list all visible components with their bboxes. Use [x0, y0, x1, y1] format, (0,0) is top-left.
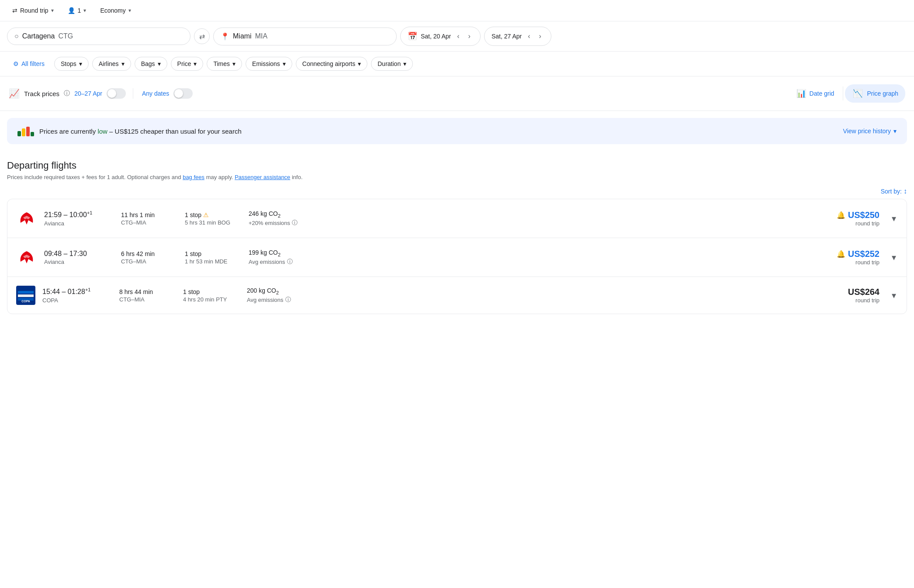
flight-row[interactable]: 21:59 – 10:00+1 Avianca 11 hrs 1 min CTG… — [7, 199, 907, 238]
any-dates-label: Any dates — [142, 90, 169, 97]
flight-row[interactable]: COPA 15:44 – 01:28+1 COPA 8 hrs 44 min C… — [7, 277, 907, 314]
expand-flight-button[interactable]: ▾ — [890, 288, 898, 302]
any-dates-toggle-knob — [174, 89, 183, 98]
emissions-info-icon[interactable]: ⓘ — [292, 219, 298, 227]
svg-text:COPA: COPA — [21, 300, 30, 303]
class-label: Economy — [100, 7, 125, 14]
times-filter-button[interactable]: Times ▾ — [207, 57, 242, 71]
emissions-label: Avg emissions ⓘ — [247, 296, 308, 304]
track-prices-toggle[interactable] — [107, 88, 126, 99]
track-prices-label: Track prices — [24, 90, 59, 97]
flights-section: Departing flights Prices include require… — [0, 151, 914, 321]
return-date-next[interactable]: › — [537, 31, 544, 41]
expand-flight-button[interactable]: ▾ — [890, 250, 898, 264]
duration-filter-button[interactable]: Duration ▾ — [371, 57, 413, 71]
depart-date-field[interactable]: 📅 Sat, 20 Apr ‹ › — [400, 27, 481, 46]
bags-chevron: ▾ — [158, 60, 161, 67]
price-banner-left: Prices are currently low – US$125 cheape… — [17, 126, 242, 136]
route-text: CTG–MIA — [121, 258, 178, 265]
flight-times: 21:59 – 10:00+1 Avianca — [44, 210, 114, 226]
calendar-icon: 📅 — [408, 31, 417, 41]
track-prices-info-icon[interactable]: ⓘ — [64, 90, 70, 97]
flights-title: Departing flights — [7, 151, 907, 174]
depart-date: Sat, 20 Apr — [421, 33, 451, 40]
flights-list: 21:59 – 10:00+1 Avianca 11 hrs 1 min CTG… — [7, 199, 907, 314]
flight-row[interactable]: 09:48 – 17:30 Avianca 6 hrs 42 min CTG–M… — [7, 238, 907, 277]
track-prices-left: 📈 Track prices ⓘ 20–27 Apr — [9, 88, 126, 99]
expand-flight-button[interactable]: ▾ — [890, 211, 898, 225]
connecting-airports-filter-button[interactable]: Connecting airports ▾ — [296, 57, 367, 71]
emissions-value: 246 kg CO2 — [249, 210, 310, 218]
price-indicator — [17, 126, 34, 136]
swap-button[interactable]: ⇄ — [194, 28, 210, 44]
price-type: round trip — [827, 220, 879, 227]
date-grid-icon: 📊 — [796, 89, 806, 98]
arrival-plus: +1 — [87, 210, 93, 215]
emissions-value: 200 kg CO2 — [247, 287, 308, 295]
flight-time-range: 15:44 – 01:28+1 — [42, 287, 112, 296]
price-graph-button[interactable]: 📉 Price graph — [845, 84, 905, 103]
price-type: round trip — [827, 297, 879, 304]
bell-icon: 🔔 — [837, 250, 845, 258]
price-amount: US$264 — [848, 287, 879, 297]
return-date-field[interactable]: Sat, 27 Apr ‹ › — [484, 27, 551, 46]
round-trip-button[interactable]: ⇄ Round trip ▾ — [7, 4, 59, 17]
sort-by-button[interactable]: Sort by: ↕ — [881, 187, 907, 195]
track-prices-right: 📊 Date grid 📉 Price graph — [789, 84, 905, 103]
toggle-knob — [107, 89, 116, 98]
flight-time-range: 09:48 – 17:30 — [44, 250, 114, 258]
passenger-assistance-link[interactable]: Passenger assistance — [235, 174, 290, 180]
chevron-down-icon: ▾ — [893, 128, 897, 135]
price-bar-red — [26, 127, 30, 136]
price-filter-button[interactable]: Price ▾ — [171, 57, 204, 71]
airlines-filter-button[interactable]: Airlines ▾ — [92, 57, 131, 71]
all-filters-button[interactable]: ⚙ All filters — [7, 57, 51, 71]
depart-date-next[interactable]: › — [466, 31, 473, 41]
stops-filter-button[interactable]: Stops ▾ — [54, 57, 89, 71]
flight-price: 🔔 US$252 round trip — [827, 249, 879, 266]
emissions-info-icon[interactable]: ⓘ — [285, 296, 291, 304]
duration-value: 11 hrs 1 min — [121, 211, 178, 218]
airline-logo — [16, 247, 37, 268]
stops-label: Stops — [61, 60, 76, 67]
flight-duration: 11 hrs 1 min CTG–MIA — [121, 211, 178, 226]
price-amount: US$250 — [848, 210, 879, 220]
emissions-filter-button[interactable]: Emissions ▾ — [246, 57, 292, 71]
class-chevron: ▾ — [128, 7, 131, 14]
flight-stops: 1 stop ⚠ 5 hrs 31 min BOG — [185, 211, 242, 226]
destination-field[interactable]: 📍 Miami MIA — [213, 28, 397, 45]
date-grid-button[interactable]: 📊 Date grid — [789, 85, 841, 102]
low-label: low — [97, 128, 107, 135]
flight-stops: 1 stop 4 hrs 20 min PTY — [183, 288, 240, 303]
emissions-info-icon[interactable]: ⓘ — [287, 258, 293, 266]
passengers-button[interactable]: 👤 1 ▾ — [62, 4, 92, 17]
price-graph-icon: 📉 — [852, 88, 863, 99]
origin-field[interactable]: ○ Cartagena CTG — [7, 28, 190, 45]
stops-value: 1 stop — [183, 288, 240, 295]
destination-pin-icon: 📍 — [221, 32, 229, 41]
view-price-history-button[interactable]: View price history ▾ — [843, 128, 897, 135]
airline-name: Avianca — [44, 220, 114, 227]
any-dates-toggle[interactable] — [173, 88, 193, 99]
avianca-logo-svg — [17, 248, 36, 267]
svg-rect-2 — [18, 294, 34, 297]
bag-fees-link[interactable]: bag fees — [183, 174, 204, 180]
svg-rect-1 — [18, 291, 34, 294]
bags-label: Bags — [141, 60, 155, 67]
depart-date-prev[interactable]: ‹ — [454, 31, 462, 41]
airline-logo — [16, 208, 37, 229]
flight-times: 15:44 – 01:28+1 COPA — [42, 287, 112, 303]
class-button[interactable]: Economy ▾ — [95, 4, 136, 17]
any-dates-section: Any dates — [133, 88, 193, 99]
price-graph-label: Price graph — [867, 90, 898, 97]
connecting-airports-label: Connecting airports — [302, 60, 355, 67]
emissions-label: Emissions — [252, 60, 280, 67]
flights-subtitle: Prices include required taxes + fees for… — [7, 174, 907, 180]
return-date-prev[interactable]: ‹ — [525, 31, 533, 41]
bell-icon: 🔔 — [837, 211, 845, 219]
stops-chevron: ▾ — [79, 60, 82, 67]
passengers-chevron: ▾ — [83, 7, 86, 14]
bags-filter-button[interactable]: Bags ▾ — [135, 57, 167, 71]
view-history-label: View price history — [843, 128, 891, 135]
flight-emissions: 246 kg CO2 +20% emissions ⓘ — [249, 210, 310, 227]
